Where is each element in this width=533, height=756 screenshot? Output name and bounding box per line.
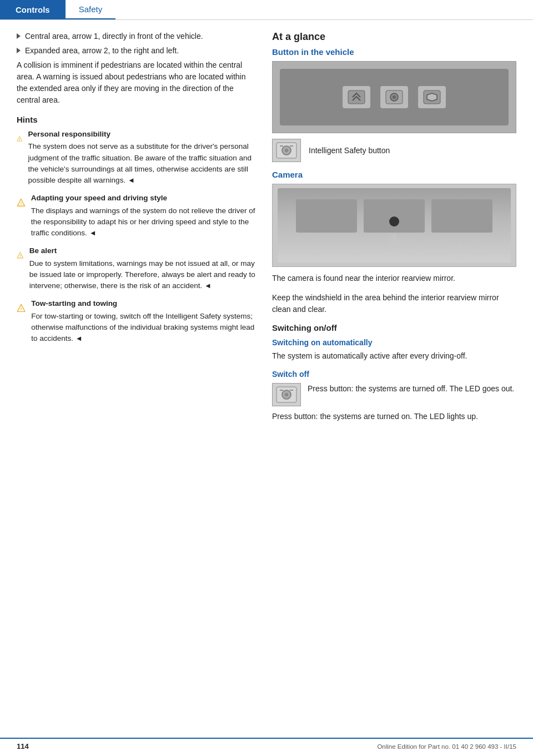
svg-text:!: !: [19, 138, 20, 141]
warning-body-1: The system does not serve as a substitut…: [28, 142, 252, 184]
switch-off-row: Press button: the systems are turned off…: [272, 383, 516, 406]
vehicle-button-image: [272, 61, 516, 133]
switching-auto-text: The system is automatically active after…: [272, 350, 516, 362]
warning-title-2: Adapting your speed and driving style: [31, 193, 255, 204]
svg-text:!: !: [21, 201, 22, 206]
switch-off-text: Press button: the systems are turned off…: [308, 383, 514, 395]
warning-block-2: ! Adapting your speed and driving style …: [17, 193, 255, 239]
bullet-text-1: Central area, arrow 1, directly in front…: [25, 31, 203, 42]
warning-title-1: Personal responsibility: [28, 129, 255, 140]
copyright-text: Online Edition for Part no. 01 40 2 960 …: [377, 743, 516, 750]
camera-lens-dot: [389, 216, 399, 226]
isafety-label: Intelligent Safety button: [309, 145, 390, 157]
camera-img-inner: [278, 188, 511, 262]
tab-controls[interactable]: Controls: [0, 0, 66, 19]
top-nav: Controls Safety: [0, 0, 533, 20]
page-footer: 114 Online Edition for Part no. 01 40 2 …: [0, 738, 533, 750]
right-column: At a glance Button in the vehicle: [272, 31, 516, 430]
tab-safety[interactable]: Safety: [66, 0, 116, 19]
vehicle-btn-1: [343, 86, 370, 108]
warning-title-3: Be alert: [29, 245, 255, 256]
isafety-icon: [272, 139, 301, 162]
switch-off-icon: [272, 383, 301, 406]
warning-text-2: Adapting your speed and driving style Th…: [31, 193, 255, 239]
svg-point-18: [285, 393, 288, 396]
bullet-item-2: Expanded area, arrow 2, to the right and…: [17, 46, 255, 57]
back-mark-2: ◄: [89, 229, 97, 237]
back-mark-1: ◄: [128, 176, 135, 184]
svg-text:!: !: [19, 255, 21, 258]
warning-title-4: Tow-starting and towing: [31, 298, 255, 309]
hints-heading: Hints: [17, 115, 255, 124]
back-mark-4: ◄: [76, 334, 83, 342]
camera-text-1: The camera is found near the interior re…: [272, 273, 516, 284]
camera-heading: Camera: [272, 170, 516, 179]
warning-text-1: Personal responsibility The system does …: [28, 129, 255, 186]
svg-point-11: [393, 95, 396, 99]
warning-icon-1: !: [17, 129, 23, 149]
warning-body-4: For tow-starting or towing, switch off t…: [31, 312, 254, 343]
bullet-arrow-1: [17, 33, 21, 39]
left-column: Central area, arrow 1, directly in front…: [17, 31, 255, 430]
switching-heading: Switching on/off: [272, 323, 516, 332]
warning-block-1: ! Personal responsibility The system doe…: [17, 129, 255, 186]
camera-arrow: [384, 233, 404, 248]
vehicle-button-panel: [280, 69, 509, 125]
isafety-row: Intelligent Safety button: [272, 139, 516, 162]
warning-body-2: The displays and warnings of the system …: [31, 206, 255, 238]
camera-text-2: Keep the windshield in the area behind t…: [272, 292, 516, 315]
main-content: Central area, arrow 1, directly in front…: [0, 20, 533, 441]
switch-off-text-2: Press button: the systems are turned on.…: [272, 411, 516, 422]
warning-body-3: Due to system limitations, warnings may …: [29, 259, 255, 290]
warning-icon-4: !: [17, 298, 26, 318]
vehicle-btn-2: [380, 86, 408, 108]
back-mark-3: ◄: [204, 281, 212, 290]
warning-icon-3: !: [17, 245, 24, 265]
warning-block-4: ! Tow-starting and towing For tow-starti…: [17, 298, 255, 344]
warning-block-3: ! Be alert Due to system limitations, wa…: [17, 245, 255, 291]
switch-off-heading: Switch off: [272, 370, 516, 379]
bullet-text-2: Expanded area, arrow 2, to the right and…: [25, 46, 179, 57]
warning-text-3: Be alert Due to system limitations, warn…: [29, 245, 255, 291]
svg-point-15: [285, 149, 288, 152]
button-in-vehicle-heading: Button in the vehicle: [272, 47, 516, 57]
warning-icon-2: !: [17, 193, 26, 213]
at-a-glance-heading: At a glance: [272, 31, 516, 43]
svg-text:!: !: [21, 306, 22, 311]
switching-auto-heading: Switching on automatically: [272, 338, 516, 347]
page-number: 114: [17, 742, 29, 750]
vehicle-btn-3: [418, 86, 446, 108]
camera-image: [272, 184, 516, 267]
collision-text: A collision is imminent if pedestrians a…: [17, 59, 255, 106]
warning-text-4: Tow-starting and towing For tow-starting…: [31, 298, 255, 344]
bullet-arrow-2: [17, 48, 21, 53]
bullet-item-1: Central area, arrow 1, directly in front…: [17, 31, 255, 42]
